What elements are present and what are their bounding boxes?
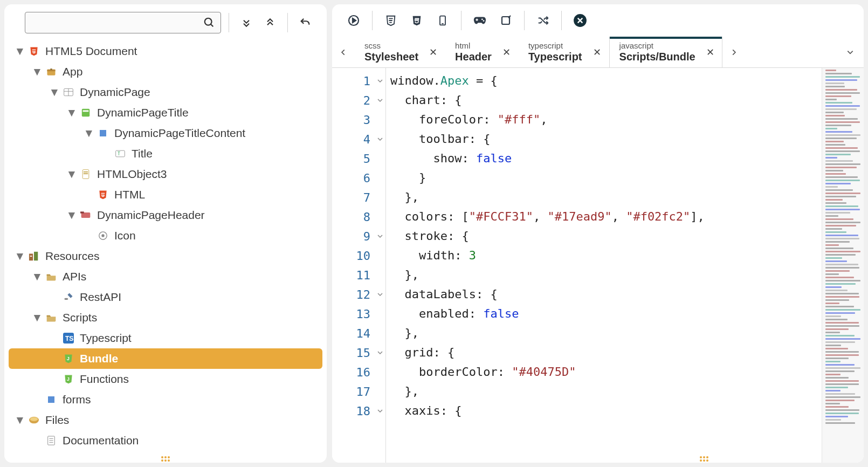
tree-item[interactable]: TSTypescript <box>9 328 322 348</box>
twisty-icon[interactable]: ▼ <box>15 414 25 427</box>
line-number[interactable]: 16 <box>332 362 385 382</box>
fold-icon[interactable] <box>377 408 383 414</box>
editor-tab[interactable]: javascriptScripts/Bundle✕ <box>609 37 722 67</box>
tree-item[interactable]: ▼Scripts <box>9 307 322 328</box>
fold-icon[interactable] <box>377 78 383 84</box>
gamepad-icon[interactable] <box>469 10 491 31</box>
code-line[interactable]: show: false <box>390 149 822 168</box>
run-button[interactable] <box>343 10 364 31</box>
line-number[interactable]: 18 <box>332 401 385 421</box>
tab-scroll-right-button[interactable] <box>722 37 745 67</box>
line-number[interactable]: 10 <box>332 246 385 265</box>
tree-item[interactable]: ▼APIs <box>9 266 322 287</box>
twisty-icon[interactable]: ▼ <box>84 127 94 140</box>
expand-all-button[interactable] <box>237 13 256 32</box>
tree-item[interactable]: JFunctions <box>9 369 322 389</box>
tree-item[interactable]: ▼HTML5 Document <box>9 41 322 61</box>
twisty-icon[interactable]: ▼ <box>67 168 77 181</box>
code-line[interactable]: } <box>390 168 822 188</box>
tab-close-icon[interactable]: ✕ <box>429 46 437 58</box>
code-editor[interactable]: 123456789101112131415161718 window.Apex … <box>332 68 864 463</box>
tree-item[interactable]: JBundle <box>9 348 322 369</box>
tab-overflow-button[interactable] <box>837 37 864 67</box>
resize-handle-horizontal-icon[interactable] <box>700 456 708 462</box>
twisty-icon[interactable]: ▼ <box>15 250 25 263</box>
fold-icon[interactable] <box>377 97 383 104</box>
twisty-icon[interactable]: ▼ <box>50 86 59 99</box>
resize-handle-horizontal-icon[interactable] <box>161 456 170 462</box>
twisty-icon[interactable]: ▼ <box>15 45 25 58</box>
tree-item[interactable]: ▼DynamicPageTitle <box>9 102 322 123</box>
fold-icon[interactable] <box>377 291 383 298</box>
code-line[interactable]: borderColor: "#40475D" <box>390 362 822 382</box>
fold-icon[interactable] <box>377 349 383 356</box>
code-line[interactable]: xaxis: { <box>390 401 822 421</box>
editor-tab[interactable]: scssStylesheet✕ <box>355 37 445 67</box>
tree-item[interactable]: ▼DynamicPage <box>9 82 322 102</box>
tree-item[interactable]: ▼HTMLObject3 <box>9 164 322 184</box>
line-number[interactable]: 3 <box>332 110 385 129</box>
line-number[interactable]: 17 <box>332 382 385 401</box>
line-number[interactable]: 14 <box>332 324 385 343</box>
tab-close-icon[interactable]: ✕ <box>593 46 601 58</box>
line-number[interactable]: 7 <box>332 188 385 207</box>
twisty-icon[interactable]: ▼ <box>67 209 77 222</box>
line-number[interactable]: 8 <box>332 207 385 226</box>
search-icon[interactable] <box>198 17 221 29</box>
code-line[interactable]: toolbar: { <box>390 129 822 149</box>
code-line[interactable]: dataLabels: { <box>390 285 822 304</box>
line-number[interactable]: 12 <box>332 285 385 304</box>
html5-filled-icon[interactable] <box>406 10 428 31</box>
tab-close-icon[interactable]: ✕ <box>706 46 714 58</box>
tree-item[interactable]: ▼DynamicPageTitleContent <box>9 123 322 143</box>
line-number[interactable]: 11 <box>332 265 385 285</box>
line-number[interactable]: 2 <box>332 91 385 110</box>
line-number[interactable]: 1 <box>332 71 385 91</box>
search-input-wrap[interactable] <box>25 12 221 33</box>
code-line[interactable]: }, <box>390 324 822 343</box>
html5-outline-icon[interactable] <box>380 10 402 31</box>
line-number[interactable]: 9 <box>332 226 385 246</box>
twisty-icon[interactable]: ▼ <box>67 106 77 119</box>
line-number[interactable]: 6 <box>332 168 385 188</box>
tree-item[interactable]: ▼DynamicPageHeader <box>9 205 322 225</box>
tree-item[interactable]: Icon <box>9 225 322 246</box>
code-line[interactable]: colors: ["#FCCF31", "#17ead9", "#f02fc2"… <box>390 207 822 226</box>
tab-close-icon[interactable]: ✕ <box>502 46 511 58</box>
tree-item[interactable]: RestAPI <box>9 287 322 307</box>
device-mobile-icon[interactable] <box>432 10 453 31</box>
code-line[interactable]: window.Apex = { <box>390 71 822 91</box>
undo-button[interactable] <box>295 13 315 32</box>
twisty-icon[interactable]: ▼ <box>32 65 42 78</box>
code-line[interactable]: }, <box>390 265 822 285</box>
line-number[interactable]: 13 <box>332 304 385 324</box>
search-input[interactable] <box>25 14 198 31</box>
line-number[interactable]: 4 <box>332 129 385 149</box>
code-line[interactable]: }, <box>390 382 822 401</box>
shuffle-icon[interactable] <box>532 10 554 31</box>
tree-item[interactable]: forms <box>9 389 322 410</box>
tree-item[interactable]: HTML <box>9 184 322 205</box>
code-area[interactable]: window.Apex = { chart: { foreColor: "#ff… <box>386 68 822 463</box>
line-number[interactable]: 15 <box>332 343 385 362</box>
collapse-all-button[interactable] <box>260 13 280 32</box>
tab-scroll-left-button[interactable] <box>332 37 355 67</box>
tree-view[interactable]: ▼HTML5 Document▼App▼DynamicPage▼DynamicP… <box>4 41 327 463</box>
code-line[interactable]: foreColor: "#fff", <box>390 110 822 129</box>
tree-item[interactable]: Documentation <box>9 430 322 451</box>
fold-icon[interactable] <box>377 233 383 239</box>
tree-item[interactable]: ▼Files <box>9 410 322 430</box>
code-line[interactable]: chart: { <box>390 91 822 110</box>
code-line[interactable]: }, <box>390 188 822 207</box>
fold-icon[interactable] <box>377 136 383 142</box>
tree-item[interactable]: TTitle <box>9 143 322 164</box>
code-line[interactable]: stroke: { <box>390 226 822 246</box>
line-gutter[interactable]: 123456789101112131415161718 <box>332 68 386 463</box>
code-line[interactable]: grid: { <box>390 343 822 362</box>
line-number[interactable]: 5 <box>332 149 385 168</box>
editor-tab[interactable]: typescriptTypescript✕ <box>519 37 609 67</box>
rotate-icon[interactable] <box>495 10 516 31</box>
twisty-icon[interactable]: ▼ <box>32 270 42 283</box>
tree-item[interactable]: ▼App <box>9 61 322 82</box>
close-circle-icon[interactable] <box>569 10 591 31</box>
